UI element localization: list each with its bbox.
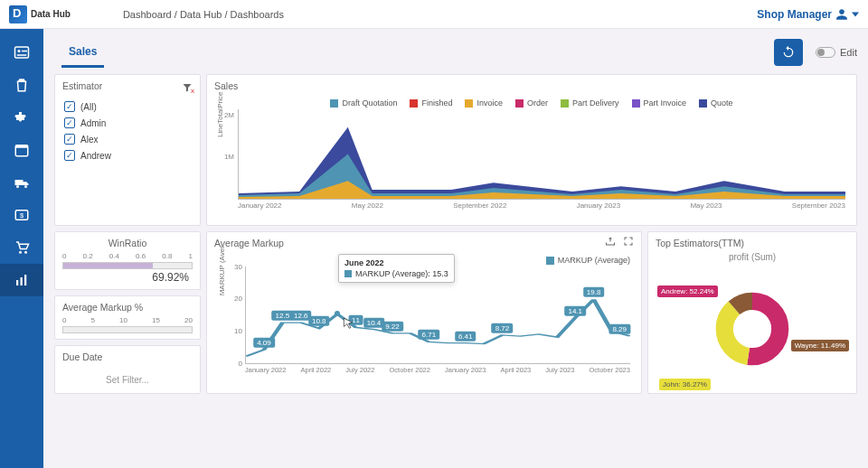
svg-point-11	[24, 251, 27, 254]
due-date-filter-card: Due Date Set Filter...	[54, 345, 201, 394]
logo-text: Data Hub	[31, 9, 71, 19]
tooltip-title: June 2022	[344, 258, 448, 267]
legend-item[interactable]: MARKUP (Average)	[546, 256, 630, 265]
data-label: 14.1	[564, 306, 586, 316]
svg-text:$: $	[20, 211, 24, 220]
sidenav-dollar-icon[interactable]: $	[0, 199, 43, 231]
tab-sales[interactable]: Sales	[61, 38, 104, 68]
user-icon	[835, 8, 848, 21]
cursor-icon	[342, 317, 354, 330]
refresh-icon	[781, 45, 796, 60]
winratio-fill	[63, 263, 153, 268]
filter-option-all[interactable]: ✓(All)	[62, 100, 193, 113]
slice-label-wayne: Wayne: 11.49%	[791, 340, 849, 351]
svg-rect-0	[15, 47, 29, 58]
winratio-bar[interactable]	[62, 262, 193, 269]
tooltip-metric: MARKUP (Average): 15.3	[355, 269, 448, 278]
breadcrumb[interactable]: Dashboard / Data Hub / Dashboards	[123, 9, 284, 20]
checkbox-icon: ✓	[64, 101, 75, 112]
sales-chart-card: Sales Draft Quotation Finished Invoice O…	[206, 74, 857, 226]
sidenav-card-icon[interactable]	[0, 36, 43, 69]
clear-filter-icon[interactable]	[182, 82, 193, 93]
avg-markup-chart-card: Average Markup MARKUP (Average) MARKUP (…	[206, 231, 642, 394]
svg-point-7	[24, 185, 27, 188]
y-tick: 1M	[224, 153, 238, 161]
edit-toggle[interactable]	[816, 47, 835, 58]
card-title: WinRatio	[62, 238, 193, 248]
estimator-filter-card: Estimator ✓(All) ✓Admin ✓Alex ✓Andrew	[54, 74, 201, 226]
axis-scale: 0 0.2 0.4 0.6 0.8 1	[62, 252, 193, 260]
card-title: Average Markup %	[62, 302, 193, 313]
filter-option-admin[interactable]: ✓Admin	[62, 117, 193, 129]
logo: Data Hub	[9, 5, 71, 23]
sidenav-calendar-icon[interactable]	[0, 134, 43, 166]
svg-rect-13	[21, 277, 23, 285]
sales-area-chart[interactable]	[238, 109, 845, 200]
svg-rect-2	[22, 51, 27, 52]
svg-rect-12	[16, 280, 18, 285]
sidenav-cart-icon[interactable]	[0, 231, 43, 264]
winratio-value: 69.92%	[62, 271, 193, 284]
legend-item[interactable]: Draft Quotation	[330, 98, 397, 108]
data-label: 9.22	[382, 322, 403, 332]
refresh-button[interactable]	[774, 39, 803, 66]
svg-rect-5	[15, 145, 28, 148]
sidenav-puzzle-icon[interactable]	[0, 101, 43, 134]
legend-item[interactable]: Quote	[699, 98, 733, 108]
user-menu[interactable]: Shop Manager	[757, 8, 859, 21]
app-header: Data Hub Dashboard / Data Hub / Dashboar…	[0, 0, 868, 29]
data-label: 8.72	[492, 323, 514, 333]
caret-down-icon	[852, 12, 859, 17]
slice-label-john: John: 36.27%	[659, 379, 711, 390]
y-axis-label: MARKUP (Aver	[218, 246, 226, 295]
breadcrumb-item[interactable]: Dashboard	[123, 9, 172, 20]
breadcrumb-item[interactable]: Data Hub	[180, 9, 222, 20]
sidenav-chart-icon[interactable]	[0, 264, 43, 296]
dashboard-topbar: Sales Edit	[54, 36, 857, 69]
legend-item[interactable]: Order	[515, 98, 548, 108]
donut-chart[interactable]: Andrew: 52.24% John: 36.27% Wayne: 11.49…	[656, 266, 849, 392]
y-tick: 2M	[224, 111, 238, 119]
edit-label: Edit	[840, 47, 857, 58]
checkbox-icon: ✓	[64, 117, 75, 128]
legend-item[interactable]: Finished	[410, 98, 452, 108]
card-title: Top Estimators(TTM)	[656, 238, 849, 248]
data-label: 6.41	[455, 331, 476, 341]
chart-subtitle: profit (Sum)	[656, 252, 849, 262]
breadcrumb-item[interactable]: Dashboards	[231, 9, 284, 20]
axis-scale: 0 5 10 15 20	[62, 316, 193, 324]
set-filter-link[interactable]: Set Filter...	[62, 375, 193, 385]
avg-markup-pct-card: Average Markup % 0 5 10 15 20	[54, 295, 201, 340]
export-icon[interactable]	[605, 236, 616, 247]
expand-icon[interactable]	[623, 236, 634, 247]
data-label: 8.29	[609, 324, 630, 334]
avg-markup-bar[interactable]	[62, 326, 193, 333]
checkbox-icon: ✓	[64, 150, 75, 161]
svg-point-10	[19, 251, 22, 254]
legend-item[interactable]: Part Delivery	[561, 98, 619, 108]
card-title: Sales	[214, 80, 849, 91]
sidenav-trash-icon[interactable]	[0, 69, 43, 101]
data-label: 19.8	[583, 287, 605, 297]
y-axis-label: LineTotalPrice	[216, 91, 224, 136]
markup-line-chart[interactable]: 30 20 10 0 4.09 12.5 12.6 10.8 11 10.4	[245, 267, 630, 364]
filter-option-andrew[interactable]: ✓Andrew	[62, 149, 193, 162]
tooltip-swatch-icon	[344, 270, 352, 277]
side-nav: $	[0, 29, 43, 468]
user-role: Shop Manager	[757, 8, 832, 21]
top-estimators-card: Top Estimators(TTM) profit (Sum) Andrew:…	[647, 231, 857, 394]
card-title: Due Date	[62, 351, 193, 362]
filter-option-alex[interactable]: ✓Alex	[62, 133, 193, 145]
svg-point-6	[16, 185, 19, 188]
card-title: Estimator	[62, 80, 102, 91]
x-axis: January 2022 May 2022 September 2022 Jan…	[238, 201, 845, 210]
legend-item[interactable]: Part Invoice	[632, 98, 687, 108]
sales-legend: Draft Quotation Finished Invoice Order P…	[214, 98, 849, 108]
svg-rect-3	[17, 54, 27, 56]
data-point[interactable]	[335, 311, 340, 316]
edit-toggle-group[interactable]: Edit	[816, 47, 857, 58]
sidenav-truck-icon[interactable]	[0, 166, 43, 199]
legend-item[interactable]: Invoice	[465, 98, 503, 108]
svg-rect-14	[24, 275, 26, 285]
svg-point-1	[18, 50, 21, 52]
